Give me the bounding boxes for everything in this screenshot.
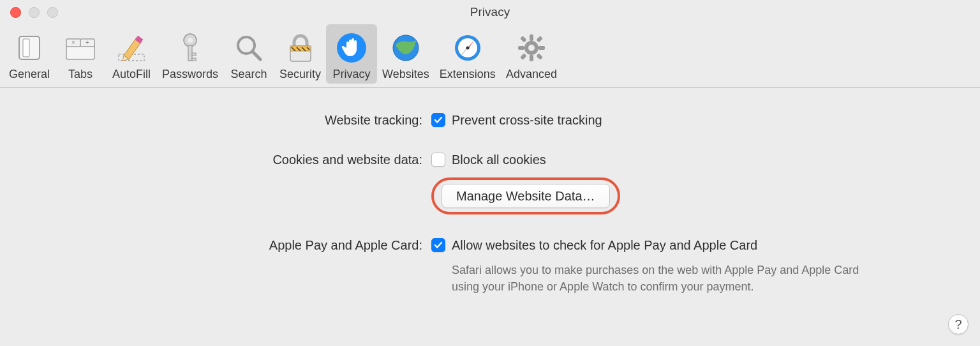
svg-rect-36: [518, 46, 524, 50]
tab-autofill[interactable]: AutoFill: [106, 24, 157, 84]
compass-icon: [452, 29, 483, 66]
svg-rect-39: [536, 36, 543, 43]
svg-rect-14: [192, 53, 196, 56]
svg-rect-41: [536, 53, 543, 60]
svg-rect-1: [23, 39, 29, 57]
label-cookies: Cookies and website data:: [31, 151, 431, 169]
tab-privacy[interactable]: Privacy: [326, 24, 377, 84]
zoom-window-button[interactable]: [47, 7, 58, 18]
svg-rect-38: [520, 36, 527, 43]
tab-autofill-label: AutoFill: [112, 68, 151, 81]
tab-privacy-label: Privacy: [333, 68, 371, 81]
checkmark-icon: [431, 238, 445, 252]
svg-rect-15: [192, 58, 196, 61]
preferences-toolbar: General × + Tabs AutoFill: [0, 24, 980, 88]
tab-advanced-label: Advanced: [506, 68, 557, 81]
magnifier-icon: [234, 29, 264, 66]
svg-point-42: [528, 45, 535, 51]
lock-icon: [286, 29, 315, 66]
checkbox-box-icon: [431, 153, 445, 167]
row-cookies: Cookies and website data: Block all cook…: [31, 151, 949, 214]
checkbox-block-all-cookies[interactable]: Block all cookies: [431, 151, 949, 169]
tab-tabs[interactable]: × + Tabs: [55, 24, 106, 84]
help-icon: ?: [954, 317, 961, 332]
row-website-tracking: Website tracking: Prevent cross-site tra…: [31, 111, 949, 129]
gear-icon: [516, 29, 547, 66]
key-icon: [177, 29, 203, 66]
globe-icon: [390, 29, 421, 66]
apple-pay-description: Safari allows you to make purchases on t…: [452, 262, 886, 295]
close-window-button[interactable]: [10, 7, 21, 18]
pencil-icon: [115, 29, 148, 66]
tab-extensions[interactable]: Extensions: [434, 24, 501, 84]
tab-websites[interactable]: Websites: [377, 24, 434, 84]
tab-security[interactable]: Security: [274, 24, 326, 84]
svg-text:×: ×: [71, 39, 75, 46]
tab-websites-label: Websites: [382, 68, 429, 81]
checkbox-prevent-cross-site-tracking[interactable]: Prevent cross-site tracking: [431, 111, 949, 129]
tabs-icon: × +: [64, 29, 97, 66]
tab-search-label: Search: [231, 68, 267, 81]
tab-security-label: Security: [279, 68, 321, 81]
svg-rect-37: [538, 46, 545, 50]
switch-icon: [14, 29, 45, 66]
svg-text:+: +: [85, 39, 89, 46]
checkbox-allow-apple-pay-check[interactable]: Allow websites to check for Apple Pay an…: [431, 236, 949, 254]
row-apple-pay: Apple Pay and Apple Card: Allow websites…: [31, 236, 949, 295]
checkbox-label: Block all cookies: [452, 151, 546, 169]
help-button[interactable]: ?: [948, 314, 969, 335]
tab-general-label: General: [9, 68, 50, 81]
privacy-pane: Website tracking: Prevent cross-site tra…: [0, 88, 980, 295]
label-apple-pay: Apple Pay and Apple Card:: [31, 236, 431, 254]
hand-stop-icon: [336, 29, 368, 66]
checkmark-icon: [431, 113, 445, 127]
traffic-lights: [0, 7, 58, 18]
manage-website-data-button[interactable]: Manage Website Data…: [442, 184, 610, 208]
tab-tabs-label: Tabs: [68, 68, 93, 81]
svg-point-32: [466, 47, 469, 50]
highlight-ring: Manage Website Data…: [431, 177, 620, 214]
svg-rect-13: [188, 45, 192, 61]
window-title: Privacy: [0, 5, 980, 19]
label-website-tracking: Website tracking:: [31, 111, 431, 129]
tab-general[interactable]: General: [4, 24, 55, 84]
tab-advanced[interactable]: Advanced: [501, 24, 562, 84]
svg-line-17: [253, 52, 260, 59]
checkbox-label: Allow websites to check for Apple Pay an…: [452, 236, 757, 254]
tab-search[interactable]: Search: [223, 24, 274, 84]
titlebar: Privacy: [0, 0, 980, 24]
svg-rect-34: [530, 34, 533, 41]
minimize-window-button[interactable]: [29, 7, 40, 18]
svg-rect-40: [520, 53, 527, 60]
tab-passwords[interactable]: Passwords: [157, 24, 223, 84]
svg-point-12: [188, 38, 193, 43]
tab-extensions-label: Extensions: [440, 68, 496, 81]
tab-passwords-label: Passwords: [162, 68, 218, 81]
checkbox-label: Prevent cross-site tracking: [452, 111, 602, 129]
svg-rect-35: [530, 55, 533, 61]
